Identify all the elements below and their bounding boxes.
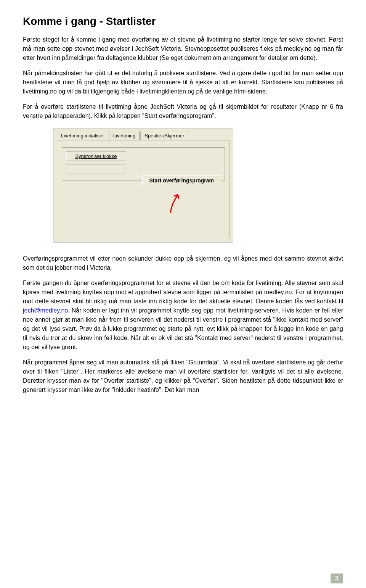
paragraph-text: Første gangen du åpner overføringsprogra…	[23, 280, 343, 304]
body-paragraph: Når påmeldingsfristen har gått ut er det…	[23, 69, 343, 96]
email-link[interactable]: jech@medley.no	[23, 307, 68, 314]
tab-livetiming[interactable]: Livetiming	[109, 131, 140, 140]
body-paragraph: For å overføre startlistene til livetimi…	[23, 102, 343, 121]
empty-button-slot	[66, 164, 126, 174]
body-paragraph: Når programmet åpner seg vil man automat…	[23, 358, 343, 395]
app-screenshot: Livetiming initialiser Livetiming Speake…	[53, 128, 343, 243]
body-paragraph: Første steget for å komme i gang med ove…	[23, 35, 343, 63]
body-paragraph: Overføringsprogrammet vil etter noen sek…	[23, 254, 343, 272]
tab-livetiming-initialiser[interactable]: Livetiming initialiser	[57, 131, 108, 140]
paragraph-text: . Når koden er lagt inn vil programmet k…	[23, 307, 343, 350]
tab-bar: Livetiming initialiser Livetiming Speake…	[54, 129, 233, 140]
tab-speaker-skjermer[interactable]: Speaker/Skjermer	[140, 131, 188, 140]
page-number-badge: 3	[331, 574, 343, 583]
sync-clock-button[interactable]: Synkroniser klokke	[66, 151, 126, 161]
tab-panel: Synkroniser klokke Start overføringsprog…	[57, 140, 230, 239]
page-title: Komme i gang - Startlister	[23, 15, 343, 27]
body-paragraph: Første gangen du åpner overføringsprogra…	[23, 279, 343, 352]
start-transfer-program-button[interactable]: Start overføringsprogram	[142, 175, 221, 186]
page-number: 3	[331, 574, 343, 583]
red-arrow-annotation-icon	[165, 190, 188, 218]
